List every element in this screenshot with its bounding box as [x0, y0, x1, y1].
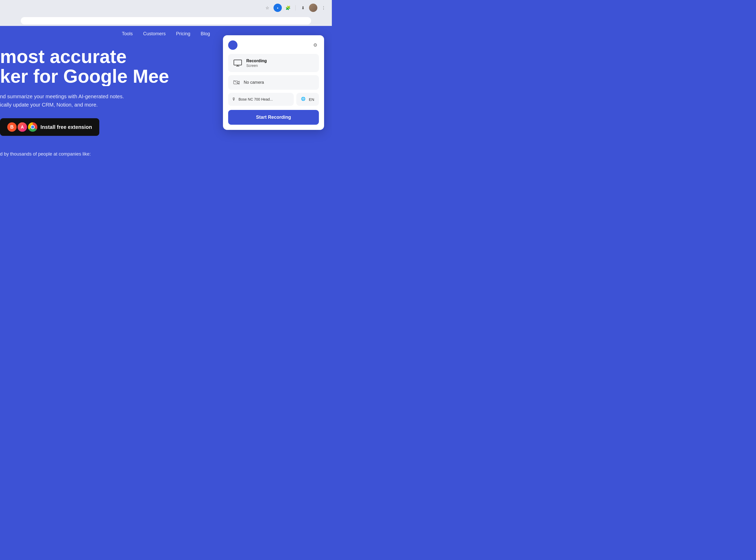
mic-section[interactable]: 🎙 Bose NC 700 Head...: [228, 93, 294, 106]
settings-icon[interactable]: ⚙: [312, 41, 319, 49]
puzzle-icon[interactable]: 🧩: [284, 4, 292, 12]
svg-rect-4: [234, 60, 242, 65]
recording-sub: Screen: [246, 63, 267, 68]
nav-item-customers[interactable]: Customers: [143, 31, 166, 37]
avatar-image: [309, 4, 317, 12]
webpage: Tools Customers Pricing Blog most accura…: [0, 26, 332, 233]
chrome-icon: [28, 122, 37, 132]
mic-lang-row: 🎙 Bose NC 700 Head... 🌐 EN: [228, 93, 319, 106]
recording-section[interactable]: Recording Screen: [228, 54, 319, 72]
companies-text: d by thousands of people at companies li…: [0, 152, 332, 157]
install-btn-label: Install free extension: [40, 124, 92, 130]
recording-text: Recording Screen: [246, 59, 267, 68]
menu-icon[interactable]: ⋮: [319, 4, 328, 12]
mic-label: Bose NC 700 Head...: [239, 97, 273, 101]
active-extension-icon[interactable]: ●: [274, 4, 282, 12]
arc-icon: A: [18, 122, 27, 132]
recording-label: Recording: [246, 59, 267, 63]
mic-icon: 🎙: [232, 97, 236, 102]
camera-section[interactable]: No camera: [228, 75, 319, 90]
browser-logos: B A: [7, 122, 37, 132]
camera-label: No camera: [244, 80, 264, 85]
svg-text:B: B: [11, 124, 14, 129]
star-icon[interactable]: ☆: [263, 4, 272, 12]
address-bar[interactable]: [21, 17, 311, 24]
install-extension-button[interactable]: B A: [0, 118, 99, 136]
screen-icon: [233, 58, 243, 68]
toolbar-divider: [295, 5, 296, 11]
address-bar-row: [0, 16, 332, 26]
browser-toolbar: ☆ ● 🧩 ⬇ ⋮: [0, 0, 332, 16]
nav-item-blog[interactable]: Blog: [201, 31, 210, 37]
translate-icon: 🌐: [301, 97, 307, 102]
nav-item-pricing[interactable]: Pricing: [176, 31, 190, 37]
popup-header: ⚙: [228, 40, 319, 50]
camera-icon: [233, 79, 240, 86]
nav-item-tools[interactable]: Tools: [122, 31, 133, 37]
chrome-inner: [31, 125, 35, 129]
lang-section[interactable]: 🌐 EN: [296, 93, 319, 106]
profile-avatar[interactable]: [309, 4, 317, 12]
brave-icon: B: [7, 122, 17, 132]
svg-text:A: A: [21, 125, 24, 129]
start-recording-button[interactable]: Start Recording: [228, 110, 319, 125]
svg-text:🌐: 🌐: [301, 97, 306, 101]
popup-logo: [228, 40, 238, 50]
download-icon[interactable]: ⬇: [299, 4, 307, 12]
lang-label: EN: [309, 97, 314, 102]
extension-popup: ⚙ Recording Screen: [223, 35, 324, 130]
svg-rect-8: [234, 81, 238, 84]
